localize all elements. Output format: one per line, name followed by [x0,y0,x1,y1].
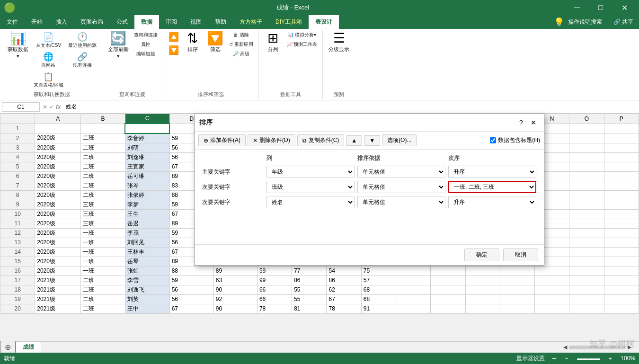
cell-19-4[interactable]: 56 [169,294,213,304]
cell-3-16[interactable] [604,143,639,152]
cell-16-12[interactable] [465,266,500,275]
cell-19-3[interactable]: 刘英 [125,294,169,304]
cell-12-3[interactable]: 李茂 [125,228,169,238]
cell-20-4[interactable]: 67 [169,304,213,313]
cell-20-6[interactable]: 78 [257,304,292,313]
cancel-icon[interactable]: ✕ [43,104,47,110]
copy-condition-button[interactable]: ⧉ 复制条件(C) [297,134,345,146]
cell-18-10[interactable] [396,285,430,294]
tab-help[interactable]: 帮助 [208,15,233,29]
cell-17-10[interactable] [396,275,430,285]
cell-20-8[interactable]: 78 [327,304,361,313]
sort-column-select-2[interactable]: 班级 [266,181,355,193]
share-button[interactable]: 🔗 共享 [613,18,633,26]
cell-19-7[interactable]: 55 [292,294,327,304]
cell-16-4[interactable]: 88 [169,266,213,275]
cell-14-3[interactable]: 王林丰 [125,247,169,257]
minimize-button[interactable]: ─ [566,0,588,15]
cell-19-6[interactable]: 66 [257,294,292,304]
function-icon[interactable]: fx [56,104,61,110]
advanced-button[interactable]: 🔎 高级 [228,50,255,58]
cell-10-15[interactable] [569,209,604,219]
cell-20-9[interactable]: 91 [361,304,396,313]
cell-16-9[interactable]: 75 [361,266,396,275]
cell-5-15[interactable] [569,162,604,171]
dialog-help-button[interactable]: ? [515,117,527,128]
cell-15-16[interactable] [604,257,639,266]
cell-15-3[interactable]: 岳琴 [125,257,169,266]
col-header-B[interactable]: B [81,114,125,124]
cell-16-2[interactable]: 一班 [81,266,125,275]
cell-13-15[interactable] [569,238,604,247]
cell-2-1[interactable]: 2020级 [35,133,81,143]
cell-17-11[interactable] [431,275,465,285]
cell-3-3[interactable]: 刘萌 [125,143,169,152]
formula-input[interactable] [64,103,637,111]
confirm-icon[interactable]: ✓ [49,104,54,110]
query-connections-button[interactable]: 查询和连接 [133,31,159,39]
tab-view[interactable]: 视图 [184,15,208,29]
cell-4-1[interactable]: 2020级 [35,152,81,162]
cell-17-14[interactable] [535,275,569,285]
cell-20-12[interactable] [465,304,500,313]
cell-9-3[interactable]: 李梦 [125,200,169,209]
cell-12-16[interactable] [604,228,639,238]
cell-16-15[interactable] [569,266,604,275]
cell-4-2[interactable]: 二班 [81,152,125,162]
cell-16-6[interactable]: 59 [257,266,292,275]
cell-18-16[interactable] [604,285,639,294]
sort-by-select-3[interactable]: 单元格值 [357,196,445,208]
col-header-O[interactable]: O [569,114,604,124]
cell-12-15[interactable] [569,228,604,238]
cell-16-11[interactable] [431,266,465,275]
cell-16-3[interactable]: 张虹 [125,266,169,275]
cell-16-14[interactable] [535,266,569,275]
from-table-button[interactable]: 📋 来自表格/区域 [32,71,65,89]
delete-condition-button[interactable]: ✕ 删除条件(D) [248,134,295,146]
cell-7-16[interactable] [604,181,639,190]
cell-14-2[interactable]: 一班 [81,247,125,257]
cell-18-13[interactable] [500,285,534,294]
cell-20-14[interactable] [535,304,569,313]
cell-reference-input[interactable] [2,102,40,112]
cell-16-7[interactable]: 77 [292,266,327,275]
cell-17-13[interactable] [500,275,534,285]
sort-column-select-3[interactable]: 姓名 [266,196,355,208]
cell-13-16[interactable] [604,238,639,247]
cell-18-3[interactable]: 刘逸飞 [125,285,169,294]
cell-16-1[interactable]: 2020级 [35,266,81,275]
cell-5-2[interactable]: 二班 [81,162,125,171]
tab-formula[interactable]: 公式 [110,15,134,29]
cell-10-1[interactable]: 2020级 [35,209,81,219]
sort-dialog[interactable]: 排序 ? ✕ ⊕ 添加条件(A) ✕ 删除条件(D) ⧉ 复制条件(C) ▲ ▼… [194,114,544,266]
sort-by-select-2[interactable]: 单元格值 [357,181,445,193]
cell-3-2[interactable]: 二班 [81,143,125,152]
cell-3-1[interactable]: 2020级 [35,143,81,152]
cell-5-3[interactable]: 王宜家 [125,162,169,171]
tab-file[interactable]: 文件 [0,15,25,29]
tab-data[interactable]: 数据 [134,15,159,29]
cell-20-16[interactable] [604,304,639,313]
cell-17-16[interactable] [604,275,639,285]
tab-home[interactable]: 开始 [25,15,49,29]
cell-9-16[interactable] [604,200,639,209]
cell-18-1[interactable]: 2021级 [35,285,81,294]
cell-20-15[interactable] [569,304,604,313]
cell-19-1[interactable]: 2021级 [35,294,81,304]
cell-17-15[interactable] [569,275,604,285]
cell-18-8[interactable]: 62 [327,285,361,294]
cell-12-2[interactable]: 一班 [81,228,125,238]
recent-sources-button[interactable]: 🕐 最近使用的源 [67,31,98,50]
cell-14-16[interactable] [604,247,639,257]
cell-19-11[interactable] [431,294,465,304]
cell-C1[interactable]: 姓名 ▼ [125,124,169,133]
cell-7-1[interactable]: 2020级 [35,181,81,190]
filter-button[interactable]: 🔽 筛选 [205,31,226,54]
cell-14-15[interactable] [569,247,604,257]
cell-2-16[interactable] [604,133,639,143]
refresh-all-button[interactable]: 🔄 全部刷新▾ [106,31,131,60]
cell-18-4[interactable]: 56 [169,285,213,294]
cell-11-2[interactable]: 三班 [81,219,125,228]
cell-20-11[interactable] [431,304,465,313]
add-condition-button[interactable]: ⊕ 添加条件(A) [198,134,246,146]
